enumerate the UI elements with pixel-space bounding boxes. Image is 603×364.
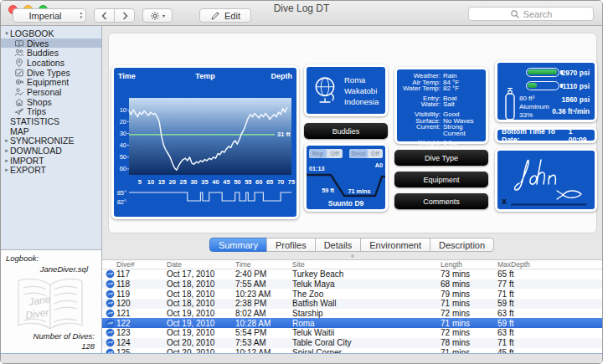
dive-computer-card[interactable]: Rep Off Deco Off 01:13 A0 59 ft: [304, 143, 388, 212]
table-row[interactable]: 117Oct 17, 20102:40 PMTurkey Beach73 min…: [102, 269, 602, 279]
disclosure-triangle-icon[interactable]: ▸: [3, 137, 10, 144]
sidebar-item-locations[interactable]: Locations: [1, 58, 101, 68]
deco-toggle[interactable]: Deco Off: [349, 149, 383, 158]
rep-toggle[interactable]: Rep Off: [309, 149, 343, 158]
sidebar-item-equipment[interactable]: Equipment: [1, 77, 101, 87]
cell-time: 8:02 AM: [235, 309, 292, 318]
condition-value: Strong Current: [443, 124, 482, 136]
sidebar-item-export[interactable]: ▸EXPORT: [1, 166, 101, 176]
globe-icon: [311, 74, 339, 107]
comments-button[interactable]: Comments: [394, 193, 488, 209]
signature-name: [515, 160, 556, 190]
table-row[interactable]: 118Oct 18, 20107:55 AMTeluk Maya68 mins7…: [102, 279, 602, 290]
table-row[interactable]: 120Oct 18, 20102:38 PMBatfish Wall71 min…: [102, 299, 602, 309]
sidebar-item-statistics[interactable]: STATISTICS: [1, 116, 101, 126]
sidebar-item-synchronize[interactable]: ▸SYNCHRONIZE: [1, 136, 101, 146]
conditions-card[interactable]: Weather:RainAir Temp:84 °FWater Temp:82 …: [394, 67, 488, 144]
equipment-button[interactable]: Equipment: [394, 172, 488, 187]
tab-summary[interactable]: Summary: [209, 238, 267, 252]
disclosure-triangle-icon[interactable]: ▸: [3, 147, 10, 154]
column-header-dive[interactable]: Dive#: [116, 260, 167, 269]
signature-card[interactable]: X: [495, 148, 597, 212]
tank-volume: 80 ft³: [519, 95, 534, 102]
personal-icon: [14, 87, 24, 97]
sidebar-item-trips[interactable]: Trips: [1, 107, 101, 117]
trips-icon: [14, 106, 24, 116]
table-row[interactable]: 121Oct 19, 20108:02 AMStarship72 mins63 …: [102, 309, 602, 319]
window-bottom-edge: [1, 353, 602, 363]
sidebar-item-import[interactable]: ▸IMPORT: [1, 156, 101, 166]
sac-rate: 0.36 ft³/min: [552, 107, 590, 115]
sidebar-item-label: DOWNLOAD: [10, 146, 62, 156]
dive-flag-icon: [106, 309, 115, 318]
cell-time: 5:54 PM: [235, 328, 292, 337]
tab-description[interactable]: Description: [430, 238, 494, 252]
depth-tick-label: 60: [120, 165, 126, 172]
dive-flag-icon: [106, 338, 115, 347]
watermark-name-line1: Jane: [27, 293, 51, 308]
cell-date: Oct 19, 2010: [167, 319, 235, 328]
bottom-time-bar: Bottom Time To Date: 1 00:09: [495, 127, 597, 143]
dive-flag-icon: [106, 269, 115, 279]
column-header-time[interactable]: Time: [235, 260, 292, 269]
units-select[interactable]: Imperial ▴▾: [13, 8, 86, 23]
sidebar-item-map[interactable]: MAP: [1, 126, 101, 136]
tab-profiles[interactable]: Profiles: [266, 238, 316, 252]
cell-site: Turkey Beach: [292, 269, 441, 279]
search-input[interactable]: Search: [468, 7, 594, 21]
condition-row: Water:Salt: [397, 101, 482, 108]
tank-card[interactable]: 2970 psi 1110 psi 1860 psi 0.36 ft³/min …: [495, 60, 597, 122]
sidebar-item-dive-types[interactable]: Dive Types: [1, 68, 101, 78]
action-menu-button[interactable]: ▾: [142, 8, 173, 23]
cell-dive: 117: [116, 269, 167, 279]
toolbar: Imperial ▴▾ ▾ Edit: [13, 8, 251, 23]
sidebar-item-label: Buddies: [27, 48, 59, 58]
forward-button[interactable]: [114, 8, 135, 23]
sidebar-item-buddies[interactable]: Buddies: [1, 48, 101, 58]
sidebar-item-label: Locations: [27, 58, 64, 68]
cell-date: Oct 18, 2010: [167, 290, 235, 299]
cell-site: The Zoo: [292, 290, 441, 299]
disclosure-triangle-icon[interactable]: ▸: [3, 167, 10, 173]
table-row[interactable]: 124Oct 20, 20107:53 AMTable Coral City78…: [102, 338, 602, 348]
temperature-step-line: [129, 192, 291, 201]
chevron-down-icon: ▾: [162, 13, 165, 18]
dive-type-button[interactable]: Dive Type: [394, 150, 488, 166]
splitter-handle[interactable]: [351, 254, 354, 258]
content-area: TimeTempDepth10203040506031 ft5101520253…: [102, 26, 602, 364]
computer-start-time: 01:13: [309, 165, 324, 172]
buddies-button[interactable]: Buddies: [304, 123, 388, 139]
sidebar-item-download[interactable]: ▸DOWNLOAD: [1, 146, 101, 156]
depth-tick-label: 30: [120, 130, 126, 137]
sidebar-item-shops[interactable]: Shops: [1, 97, 101, 107]
sidebar-item-personal[interactable]: Personal: [1, 87, 101, 97]
cell-dive: 124: [116, 338, 167, 347]
table-row[interactable]: 119Oct 18, 201010:23 AMThe Zoo79 mins71 …: [102, 289, 602, 299]
edit-button[interactable]: Edit: [199, 8, 251, 23]
cell-maxdepth: 63 ft: [497, 328, 602, 337]
sidebar-item-logbook[interactable]: ▾LOGBOOK: [1, 28, 101, 38]
table-row[interactable]: 122Oct 19, 201010:28 AMRoma71 mins59 ft: [102, 318, 602, 328]
table-row[interactable]: 123Oct 19, 20105:54 PMTeluk Waitii72 min…: [102, 328, 602, 338]
cell-site: Teluk Maya: [292, 279, 441, 289]
cell-time: 2:38 PM: [235, 299, 292, 308]
deco-label: Deco: [351, 151, 365, 156]
tab-details[interactable]: Details: [315, 238, 362, 252]
column-header-maxdepth[interactable]: MaxDepth: [497, 260, 602, 269]
column-header-length[interactable]: Length: [441, 260, 497, 269]
location-region: Wakatobi: [344, 85, 379, 96]
conditions-group: Entry:BoatWater:Salt: [397, 95, 482, 108]
disclosure-triangle-icon[interactable]: ▸: [3, 157, 10, 164]
column-header-site[interactable]: Site: [292, 260, 441, 269]
tab-environment[interactable]: Environment: [360, 238, 430, 252]
pressure-gauge-end: [526, 81, 559, 90]
conditions-group: Weather:RainAir Temp:84 °FWater Temp:82 …: [397, 73, 482, 92]
column-header-date[interactable]: Date: [167, 260, 235, 269]
disclosure-triangle-icon[interactable]: ▾: [3, 30, 10, 37]
sidebar-item-dives[interactable]: Dives: [1, 38, 101, 49]
chart-header-time: Time: [118, 72, 136, 80]
back-button[interactable]: [94, 8, 115, 23]
condition-value: Salt: [443, 101, 455, 108]
pressure-used: 1860 psi: [561, 95, 590, 104]
location-card[interactable]: Roma Wakatobi Indonesia: [304, 64, 388, 116]
